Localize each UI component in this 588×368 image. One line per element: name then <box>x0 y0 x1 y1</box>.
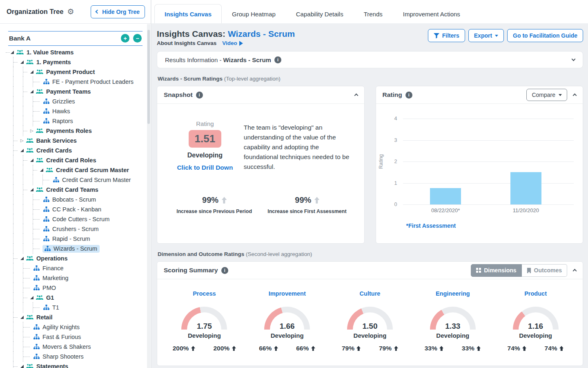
tree-item-code-cutters-scrum[interactable]: Code Cutters - Scrum <box>0 214 151 224</box>
collapse-all-button[interactable]: − <box>133 34 142 43</box>
tree-connector <box>33 170 37 171</box>
expanded-arrow-icon[interactable] <box>30 159 33 162</box>
tab-trends[interactable]: Trends <box>354 4 393 23</box>
tab-group-heatmap[interactable]: Group Heatmap <box>222 4 286 23</box>
gauge-chart: 1.75 <box>181 307 227 330</box>
rating-card-title: Rating i <box>383 91 412 99</box>
tree-item-sharp-shooters[interactable]: Sharp Shooters <box>0 352 151 361</box>
expanded-arrow-icon[interactable] <box>40 168 43 172</box>
expanded-arrow-icon[interactable] <box>30 70 33 74</box>
hide-org-tree-button[interactable]: Hide Org Tree <box>91 5 145 18</box>
org-tree: 1. Value Streams1. PaymentsPayment Produ… <box>0 47 151 368</box>
tree-item-statements[interactable]: Statements <box>0 361 151 368</box>
tree-item-bank-services[interactable]: ▷Bank Services <box>0 136 151 146</box>
tab-insights-canvas[interactable]: Insights Canvas <box>154 4 222 23</box>
dimension-label[interactable]: Product <box>494 290 577 297</box>
expand-all-button[interactable]: + <box>121 34 129 43</box>
gear-icon[interactable]: ⚙ <box>67 8 74 16</box>
expanded-arrow-icon[interactable] <box>20 149 24 152</box>
team-icon <box>43 99 49 104</box>
tree-item-raptors[interactable]: Raptors <box>0 116 151 126</box>
dimension-label[interactable]: Process <box>163 290 246 297</box>
tree-item-wizards-scrum[interactable]: Wizards - Scrum <box>0 244 151 254</box>
info-icon[interactable]: i <box>405 92 412 99</box>
expanded-arrow-icon[interactable] <box>11 51 14 54</box>
tab-capability-details[interactable]: Capability Details <box>286 4 354 23</box>
expanded-arrow-icon[interactable] <box>20 316 24 319</box>
tree-item-bobcats-scrum[interactable]: Bobcats - Scrum <box>0 195 151 204</box>
tree-item-1-value-streams[interactable]: 1. Value Streams <box>0 47 151 57</box>
tree-item-grizzlies[interactable]: Grizzlies <box>0 96 151 106</box>
tree-item-rapid-scrum[interactable]: Rapid - Scrum <box>0 234 151 244</box>
chevron-down-icon[interactable] <box>572 57 576 61</box>
tree-item-retail[interactable]: Retail <box>0 312 151 322</box>
change-since-previous: 74% <box>508 345 527 352</box>
collapsed-arrow-icon[interactable]: ▷ <box>30 129 33 133</box>
results-information-bar[interactable]: Results Information - Wizards - Scrum i <box>157 51 583 68</box>
tree-item-pmo[interactable]: PMO <box>0 283 151 293</box>
tree-item-credit-card-scrum-master[interactable]: Credit Card Scrum Master <box>0 165 151 175</box>
tree-item-movers-shakers[interactable]: Movers & Shakers <box>0 342 151 352</box>
collapse-chevron-icon[interactable] <box>573 269 577 273</box>
team-icon <box>43 236 49 241</box>
filters-button[interactable]: Filters <box>428 29 465 42</box>
arrow-up-icon <box>394 346 398 351</box>
collapse-chevron-icon[interactable] <box>573 94 577 98</box>
org-root-label[interactable]: Bank A <box>9 35 31 42</box>
drill-down-link[interactable]: Click to Drill Down <box>168 164 242 171</box>
expanded-arrow-icon[interactable] <box>20 365 24 368</box>
tree-item-credit-card-scrum-master[interactable]: Credit Card Scrum Master <box>0 175 151 185</box>
expanded-arrow-icon[interactable] <box>20 257 24 260</box>
expanded-arrow-icon[interactable] <box>30 188 33 191</box>
dimension-label[interactable]: Improvement <box>246 290 329 297</box>
expanded-arrow-icon[interactable] <box>30 296 33 299</box>
info-icon[interactable]: i <box>196 92 203 99</box>
scoring-summary-card: Scoring Summary i Dimensions Outcomes <box>157 261 583 366</box>
outcomes-toggle-button[interactable]: Outcomes <box>522 264 567 277</box>
tree-item-finance[interactable]: Finance <box>0 263 151 273</box>
export-button[interactable]: Export <box>468 29 504 42</box>
arrow-up-icon <box>356 346 361 351</box>
page-title-team[interactable]: Wizards - Scrum <box>228 29 295 38</box>
tree-item-credit-card-teams[interactable]: Credit Card Teams <box>0 185 151 195</box>
tree-guide-line <box>13 332 13 342</box>
video-link[interactable]: Video <box>222 40 243 46</box>
info-icon[interactable]: i <box>274 56 281 63</box>
sidebar-scrollbar-thumb[interactable] <box>147 30 150 124</box>
collapsed-arrow-icon[interactable]: ▷ <box>20 139 24 143</box>
tree-item-label: 1. Payments <box>36 59 71 65</box>
tree-item-label: Marketing <box>42 275 69 281</box>
expanded-arrow-icon[interactable] <box>30 90 33 93</box>
tree-item-operations[interactable]: Operations <box>0 254 151 263</box>
tree-item-t1[interactable]: T1 <box>0 303 151 312</box>
expanded-arrow-icon[interactable] <box>20 61 24 64</box>
dimension-label[interactable]: Engineering <box>411 290 494 297</box>
dimension-label[interactable]: Culture <box>329 290 412 297</box>
compare-button[interactable]: Compare <box>526 89 567 101</box>
tree-item-crushers-scrum[interactable]: Crushers - Scrum <box>0 224 151 234</box>
tree-item-agility-knights[interactable]: Agility Knights <box>0 322 151 332</box>
facilitation-guide-button[interactable]: Go to Facilitation Guide <box>507 29 583 42</box>
tree-item-payment-teams[interactable]: Payment Teams <box>0 87 151 96</box>
sidebar-scrollbar[interactable] <box>147 24 150 368</box>
tree-item-g1[interactable]: G1 <box>0 293 151 303</box>
tree-guide-line <box>13 184 13 195</box>
tree-item-cc-pack-kanban[interactable]: CC Pack - Kanban <box>0 204 151 214</box>
tab-improvement-actions[interactable]: Improvement Actions <box>393 4 470 23</box>
tree-item-credit-cards[interactable]: Credit Cards <box>0 146 151 155</box>
tree-item-credit-card-roles[interactable]: Credit Card Roles <box>0 155 151 165</box>
dimensions-toggle-button[interactable]: Dimensions <box>471 264 521 277</box>
rating-level: Developing <box>168 152 242 159</box>
tree-item-marketing[interactable]: Marketing <box>0 273 151 283</box>
tree-item-label: Agility Knights <box>42 324 80 330</box>
first-assessment-link[interactable]: *First Assessment <box>406 222 456 229</box>
collapse-chevron-icon[interactable] <box>354 94 358 98</box>
tree-item-1-payments[interactable]: 1. Payments <box>0 57 151 67</box>
tree-item-payment-product[interactable]: Payment Product <box>0 67 151 77</box>
tree-item-hawks[interactable]: Hawks <box>0 106 151 116</box>
info-icon[interactable]: i <box>221 267 228 274</box>
tree-item-payments-roles[interactable]: ▷Payments Roles <box>0 126 151 136</box>
tree-item-fe-payment-product-leaders[interactable]: FE - Payment Product Leaders <box>0 77 151 87</box>
tree-item-fast-furious[interactable]: Fast & Furious <box>0 332 151 342</box>
tree-guide-line <box>23 243 23 254</box>
